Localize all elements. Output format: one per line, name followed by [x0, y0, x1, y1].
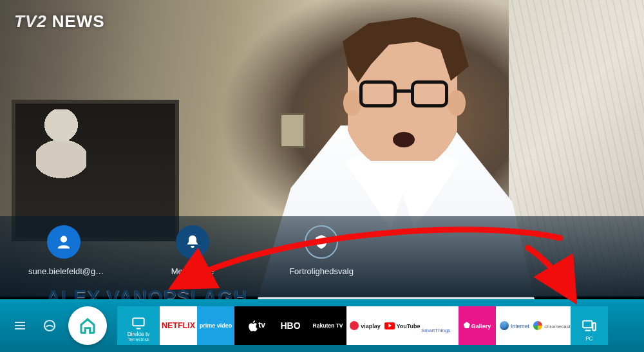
viaplay-icon [350, 321, 359, 330]
ambient-button[interactable] [37, 313, 62, 338]
hamburger-icon [12, 318, 28, 333]
tv-icon [130, 315, 147, 331]
tile-label: HBO [280, 320, 300, 331]
program-name: NEWS [52, 12, 105, 31]
chromecast-icon [533, 321, 542, 330]
account-label: sune.bielefeldt@g… [28, 266, 99, 276]
globe-icon [500, 321, 509, 330]
notifications-label: Meddelelse [157, 266, 228, 276]
privacy-label: Fortrolighedsvalg [286, 266, 357, 276]
tile-label: YouTube [384, 322, 420, 329]
tile-label: chromecast [533, 321, 570, 330]
tile-youtube[interactable]: YouTube [384, 306, 421, 345]
menu-button[interactable] [8, 313, 32, 338]
presenter-mouth [393, 132, 415, 147]
privacy-button[interactable]: Fortrolighedsvalg [286, 225, 357, 276]
notifications-button[interactable]: Meddelelse [157, 225, 228, 276]
home-icon [78, 316, 97, 335]
tile-prime-video[interactable]: prime video [197, 306, 234, 345]
home-button[interactable] [68, 306, 107, 345]
set-bust [36, 109, 86, 180]
ambient-icon [42, 318, 57, 333]
tile-smartthings[interactable]: SmartThings [421, 306, 459, 345]
app-tiles: Direkte tvTerrestrisk NETFLIX prime vide… [117, 306, 639, 345]
tile-label: Internet [500, 321, 529, 330]
tile-gallery[interactable]: Gallery [459, 306, 496, 345]
presenter-ear [448, 90, 466, 116]
tile-pc[interactable]: PC [571, 306, 608, 345]
tile-sublabel: Terrestrisk [117, 337, 160, 342]
tile-label: PC [585, 336, 592, 342]
svg-rect-3 [133, 318, 144, 326]
set-frame [279, 113, 305, 148]
network-name: TV2 [14, 12, 47, 31]
user-icon [47, 225, 80, 259]
presenter-glasses [359, 80, 448, 109]
tile-rakuten[interactable]: Rakuten TV [309, 306, 346, 345]
bell-icon [176, 225, 209, 259]
shield-icon [305, 225, 338, 259]
tile-viaplay[interactable]: viaplay [346, 306, 384, 345]
tile-label: viaplay [350, 321, 381, 330]
tile-label: Gallery [464, 322, 491, 329]
tile-hbo[interactable]: HBO [272, 306, 309, 345]
tile-label: tv [258, 320, 265, 329]
youtube-icon [384, 322, 395, 329]
smartthings-icon [421, 319, 430, 328]
svg-point-1 [319, 239, 323, 243]
tile-label: prime video [200, 322, 232, 329]
network-logo: TV2NEWS [14, 12, 105, 32]
svg-point-0 [61, 236, 66, 242]
account-button[interactable]: sune.bielefeldt@g… [28, 225, 99, 276]
tile-label: NETFLIX [162, 321, 195, 330]
tile-live-tv[interactable]: Direkte tvTerrestrisk [117, 306, 160, 345]
svg-rect-5 [592, 323, 595, 331]
tile-internet[interactable]: Internet [496, 306, 533, 345]
svg-rect-4 [583, 320, 592, 328]
pc-icon [581, 317, 598, 334]
gallery-icon [464, 322, 470, 328]
tile-chromecast[interactable]: chromecast [533, 306, 571, 345]
tile-apple-tv[interactable]: tv [234, 306, 272, 345]
presenter-ear [343, 90, 361, 116]
tile-label: SmartThings [421, 319, 459, 333]
tile-label: Rakuten TV [313, 322, 343, 329]
launcher-bar: Direkte tvTerrestrisk NETFLIX prime vide… [0, 299, 644, 352]
tile-netflix[interactable]: NETFLIX [160, 306, 197, 345]
